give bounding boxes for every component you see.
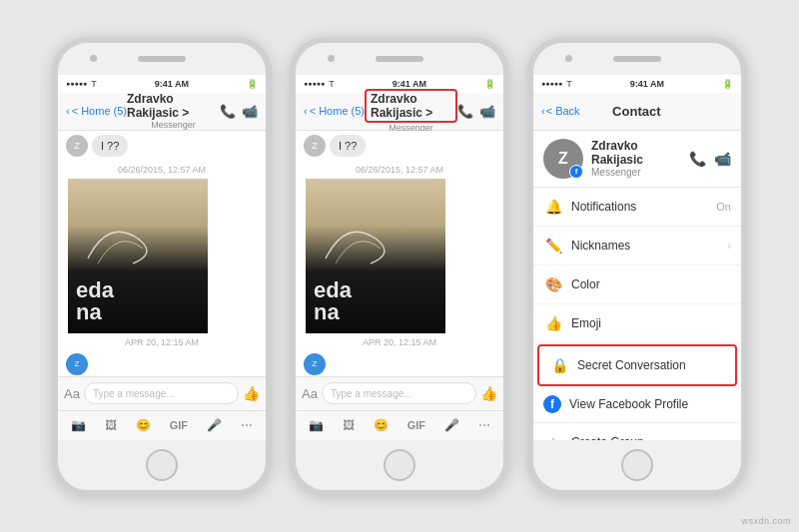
avatar-1: Z	[66, 135, 88, 157]
carrier-3: T	[566, 79, 572, 89]
emoji-icon-1[interactable]: 😊	[136, 418, 151, 432]
emoji-icon-2[interactable]: 😊	[374, 418, 389, 432]
battery-1: 🔋	[247, 79, 258, 89]
phone-top-2	[296, 43, 503, 75]
signal-dots-3: ●●●●●	[541, 80, 562, 87]
nav-bar-2: ‹ < Home (5) Zdravko Rakijasic > Messeng…	[296, 93, 503, 131]
audio-icon-2[interactable]: 🎤	[444, 418, 459, 432]
carrier-2: T	[329, 79, 335, 89]
camera-icon-2[interactable]: 📷	[309, 418, 324, 432]
battery-icon-1: 🔋	[247, 79, 258, 89]
book-text-1: edana	[76, 279, 114, 323]
video-icon-2[interactable]: 📹	[479, 104, 495, 119]
call-icon-3[interactable]: 📞	[689, 151, 706, 167]
gif-icon-1[interactable]: GIF	[170, 419, 188, 431]
home-button-2[interactable]	[384, 449, 415, 481]
menu-item-secret[interactable]: 🔒 Secret Conversation	[537, 344, 737, 386]
image-icon-1[interactable]: 🖼	[105, 418, 117, 432]
battery-icon-2: 🔋	[484, 79, 495, 89]
menu-item-color[interactable]: 🎨 Color	[533, 266, 741, 304]
contact-action-icons: 📞 📹	[689, 151, 731, 167]
facebook-label: View Facebook Profile	[569, 397, 731, 411]
contact-header: Z f Zdravko Rakijasic Messenger 📞 📹	[533, 131, 741, 188]
watermark: wsxdn.com	[741, 516, 791, 526]
thumb-icon-1[interactable]: 👍	[243, 385, 260, 401]
menu-item-notifications[interactable]: 🔔 Notifications On	[533, 188, 741, 227]
gif-icon-2[interactable]: GIF	[407, 419, 425, 431]
message-input-1[interactable]: Type a message...	[84, 382, 239, 404]
nicknames-label: Nicknames	[571, 239, 719, 253]
bottom-avatar-row-1: Z	[58, 351, 266, 376]
nicknames-chevron: ›	[727, 240, 731, 252]
more-icon-2[interactable]: ⋯	[478, 418, 490, 432]
back-button-2[interactable]: ‹ < Home (5)	[304, 105, 365, 117]
back-button-contact[interactable]: ‹ < Back	[541, 105, 580, 117]
nav-subtitle-1: Messenger	[151, 120, 196, 130]
aa-icon-2[interactable]: Aa	[302, 386, 318, 401]
date-label-2: 06/26/2015, 12:57 AM	[296, 165, 503, 175]
secret-label: Secret Conversation	[577, 358, 725, 372]
messenger-badge: f	[569, 165, 583, 179]
nav-bar-contact: ‹ < Back Contact	[533, 93, 741, 131]
book-photo-1: edana	[68, 179, 208, 333]
speaker-3	[613, 56, 661, 62]
phone-bottom-2	[296, 440, 503, 490]
message-row-2: Z I ??	[296, 131, 503, 161]
time-3: 9:41 AM	[630, 79, 664, 89]
phone-icon-2[interactable]: 📞	[457, 104, 473, 119]
back-label-2: < Home (5)	[310, 105, 365, 117]
nav-icons-1: 📞 📹	[220, 104, 258, 119]
facebook-icon: f	[543, 395, 561, 413]
thumb-icon-2[interactable]: 👍	[480, 385, 497, 401]
swirl-1	[78, 209, 158, 268]
menu-item-create-group[interactable]: + Create Group	[533, 423, 741, 440]
contact-info: Zdravko Rakijasic Messenger	[591, 139, 681, 178]
speaker-2	[376, 56, 423, 62]
emoji-label: Emoji	[571, 316, 731, 330]
icon-row-2: 📷 🖼 😊 GIF 🎤 ⋯	[296, 410, 503, 440]
contact-name: Zdravko Rakijasic	[591, 139, 681, 167]
nav-title-contact: Contact	[580, 104, 693, 119]
book-photo-2: edana	[306, 179, 445, 333]
bottom-avatar-2: Z	[304, 353, 326, 375]
time-2: 9:41 AM	[393, 79, 426, 89]
home-button-3[interactable]	[621, 449, 653, 481]
back-label-contact: < Back	[546, 105, 580, 117]
audio-icon-1[interactable]: 🎤	[207, 418, 222, 432]
icon-row-1: 📷 🖼 😊 GIF 🎤 ⋯	[58, 410, 266, 440]
input-bar-2: Aa Type a message... 👍	[296, 376, 503, 410]
message-input-2[interactable]: Type a message...	[322, 382, 476, 404]
video-icon-3[interactable]: 📹	[714, 151, 731, 167]
speaker-1	[138, 56, 186, 62]
more-icon-1[interactable]: ⋯	[241, 418, 253, 432]
message-row-1: Z I ??	[58, 131, 266, 161]
bottom-date-1: APR 20, 12:15 AM	[58, 337, 266, 347]
menu-item-facebook[interactable]: f View Facebook Profile	[533, 386, 741, 423]
book-text-2: edana	[314, 279, 352, 323]
phone-bottom-3	[533, 440, 741, 490]
menu-item-emoji[interactable]: 👍 Emoji	[533, 304, 741, 343]
photo-container-1: edana	[58, 179, 266, 333]
plus-icon: +	[543, 432, 563, 440]
menu-item-nicknames[interactable]: ✏️ Nicknames ›	[533, 227, 741, 266]
phone-top-1	[58, 43, 266, 75]
contact-subtitle: Messenger	[591, 167, 681, 178]
home-button-1[interactable]	[146, 449, 178, 481]
back-button-1[interactable]: ‹ < Home (5)	[66, 105, 127, 117]
back-label-1: < Home (5)	[72, 105, 127, 117]
chevron-left-icon-1: ‹	[66, 105, 70, 117]
phone-icon-1[interactable]: 📞	[220, 104, 236, 119]
time-1: 9:41 AM	[155, 79, 189, 89]
notifications-value: On	[716, 201, 731, 213]
battery-3: 🔋	[722, 79, 733, 89]
aa-icon-1[interactable]: Aa	[64, 386, 80, 401]
camera-1	[90, 55, 97, 62]
video-icon-1[interactable]: 📹	[242, 104, 258, 119]
nav-name-1: Zdravko Rakijasic >	[127, 92, 220, 120]
image-icon-2[interactable]: 🖼	[343, 418, 355, 432]
avatar-initial: Z	[558, 150, 568, 168]
status-signal-1: ●●●●● T	[66, 79, 97, 89]
chat-area-2: Z I ?? 06/26/2015, 12:57 AM edana APR 20…	[296, 131, 503, 376]
signal-dots-1: ●●●●●	[66, 80, 87, 87]
camera-icon-1[interactable]: 📷	[71, 418, 86, 432]
